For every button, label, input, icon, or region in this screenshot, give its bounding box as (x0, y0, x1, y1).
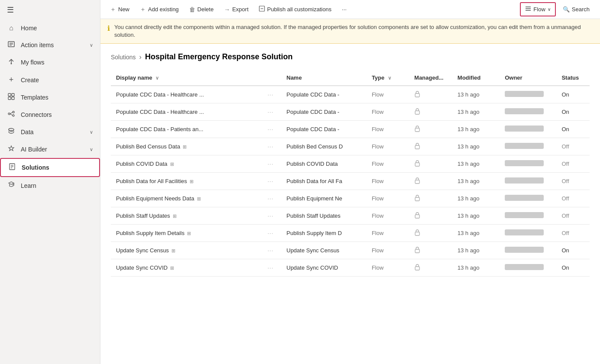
table-row[interactable]: Update Sync Census ⊞···Update Sync Censu… (111, 242, 590, 259)
cell-row-actions[interactable]: ··· (262, 121, 281, 138)
external-link-icon[interactable]: ⊞ (171, 213, 177, 219)
flow-button[interactable]: Flow ∨ (520, 2, 555, 16)
sidebar-item-learn[interactable]: Learn (0, 177, 100, 194)
sidebar-item-connectors[interactable]: Connectors (0, 106, 100, 123)
sidebar-item-label: AI Builder (21, 146, 90, 153)
external-link-icon[interactable]: ⊞ (181, 144, 187, 149)
cell-managed (409, 190, 452, 207)
table-row[interactable]: Publish Supply Item Details ⊞···Publish … (111, 225, 590, 242)
cell-row-actions[interactable]: ··· (262, 173, 281, 190)
search-button[interactable]: 🔍 Search (558, 3, 595, 15)
table-row[interactable]: Populate CDC Data - Patients an...···Pop… (111, 121, 590, 138)
ai-builder-icon (7, 145, 16, 154)
cell-name: Publish Data for All Fa (281, 173, 367, 190)
breadcrumb-separator: › (139, 53, 142, 61)
table-row[interactable]: Populate CDC Data - Healthcare ...···Pop… (111, 86, 590, 103)
publish-button[interactable]: Publish all customizations (255, 3, 336, 16)
cell-row-actions[interactable]: ··· (262, 138, 281, 155)
table-row[interactable]: Publish COVID Data ⊞···Publish COVID Dat… (111, 155, 590, 173)
cell-row-actions[interactable]: ··· (262, 225, 281, 242)
breadcrumb-current: Hospital Emergency Response Solution (145, 52, 293, 61)
sidebar-item-action-items[interactable]: Action items ∨ (0, 36, 100, 54)
external-link-icon[interactable]: ⊞ (196, 196, 201, 201)
sort-icon: ∨ (155, 75, 159, 81)
create-icon: + (7, 75, 16, 84)
learn-icon (7, 181, 16, 190)
cell-owner (500, 138, 556, 155)
breadcrumb-solutions-link[interactable]: Solutions (111, 54, 136, 61)
svg-line-12 (10, 113, 13, 114)
cell-name: Populate CDC Data - (281, 121, 367, 138)
cell-row-actions[interactable]: ··· (262, 155, 281, 173)
cell-managed (409, 225, 452, 242)
cell-row-actions[interactable]: ··· (262, 190, 281, 207)
cell-type: Flow (367, 103, 409, 121)
col-header-managed: Managed... (409, 70, 452, 86)
cell-modified: 13 h ago (452, 155, 500, 173)
owner-value (505, 264, 544, 270)
cell-managed (409, 242, 452, 259)
sidebar-item-home[interactable]: ⌂ Home (0, 20, 100, 36)
table-row[interactable]: Publish Data for All Facilities ⊞···Publ… (111, 173, 590, 190)
external-link-icon[interactable]: ⊞ (169, 161, 174, 167)
new-button[interactable]: ＋ New (106, 3, 134, 16)
sidebar-item-label: Templates (21, 94, 93, 101)
sidebar-item-solutions[interactable]: Solutions (0, 158, 100, 177)
cell-modified: 13 h ago (452, 207, 500, 225)
search-label: Search (572, 6, 590, 13)
main-content: ＋ New ＋ Add existing 🗑 Delete → Export P… (100, 0, 600, 364)
svg-rect-27 (415, 128, 419, 132)
svg-rect-33 (415, 232, 419, 235)
chevron-down-icon: ∨ (90, 147, 93, 152)
cell-type: Flow (367, 242, 409, 259)
owner-value (505, 229, 544, 235)
col-header-display-name[interactable]: Display name ∨ (111, 70, 262, 86)
cell-display-name: Publish Supply Item Details ⊞ (111, 225, 262, 242)
cell-modified: 13 h ago (452, 190, 500, 207)
cell-row-actions[interactable]: ··· (262, 242, 281, 259)
more-button[interactable]: ··· (338, 3, 351, 15)
svg-rect-7 (8, 97, 11, 100)
external-link-icon[interactable]: ⊞ (170, 248, 175, 253)
table-row[interactable]: Publish Staff Updates ⊞···Publish Staff … (111, 207, 590, 225)
cell-row-actions[interactable]: ··· (262, 207, 281, 225)
sidebar-item-label: Learn (21, 182, 93, 189)
add-existing-button[interactable]: ＋ Add existing (135, 3, 183, 16)
delete-button[interactable]: 🗑 Delete (185, 3, 218, 16)
table-row[interactable]: Update Sync COVID ⊞···Update Sync COVIDF… (111, 259, 590, 277)
cell-name: Populate CDC Data - (281, 103, 367, 121)
col-header-type[interactable]: Type ∨ (367, 70, 409, 86)
cell-owner (500, 173, 556, 190)
sidebar-item-data[interactable]: Data ∨ (0, 123, 100, 141)
external-link-icon[interactable]: ⊞ (169, 265, 174, 271)
external-link-icon[interactable]: ⊞ (188, 179, 194, 184)
cell-row-actions[interactable]: ··· (262, 259, 281, 277)
export-button[interactable]: → Export (219, 3, 253, 16)
cell-managed (409, 207, 452, 225)
cell-modified: 13 h ago (452, 121, 500, 138)
sidebar-item-create[interactable]: + Create (0, 71, 100, 89)
cell-owner (500, 207, 556, 225)
table-row[interactable]: Populate CDC Data - Healthcare ...···Pop… (111, 103, 590, 121)
svg-line-13 (10, 114, 13, 116)
cell-row-actions[interactable]: ··· (262, 86, 281, 103)
solutions-icon (8, 163, 16, 172)
solutions-table: Display name ∨ Name Type ∨ Managed... Mo… (111, 70, 590, 277)
cell-row-actions[interactable]: ··· (262, 103, 281, 121)
sidebar-item-my-flows[interactable]: My flows (0, 54, 100, 71)
cell-type: Flow (367, 207, 409, 225)
flow-label: Flow (533, 6, 545, 13)
chevron-down-icon: ∨ (90, 129, 93, 135)
cell-type: Flow (367, 138, 409, 155)
external-link-icon[interactable]: ⊞ (186, 231, 191, 236)
owner-value (505, 212, 544, 218)
cell-name: Update Sync Census (281, 242, 367, 259)
sidebar-item-templates[interactable]: Templates (0, 89, 100, 106)
sidebar-item-ai-builder[interactable]: AI Builder ∨ (0, 141, 100, 158)
table-row[interactable]: Publish Bed Census Data ⊞···Publish Bed … (111, 138, 590, 155)
table-row[interactable]: Publish Equipment Needs Data ⊞···Publish… (111, 190, 590, 207)
cell-type: Flow (367, 173, 409, 190)
lock-icon (414, 196, 420, 203)
svg-point-11 (13, 115, 14, 116)
hamburger-button[interactable]: ☰ (0, 0, 100, 20)
